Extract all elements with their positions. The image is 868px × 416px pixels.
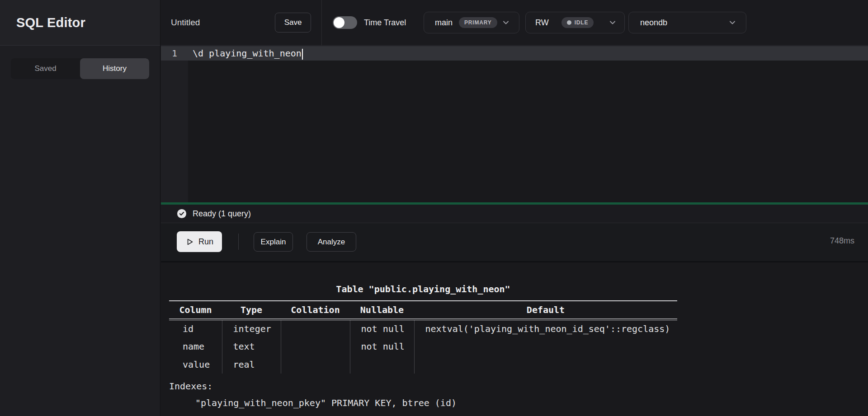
- text-caret: [302, 49, 303, 60]
- column-header: Type: [222, 301, 281, 319]
- compute-mode: RW: [535, 18, 549, 28]
- chevron-down-icon: [728, 18, 737, 27]
- main-panel: Untitled Save Time Travel main PRIMARY R…: [161, 0, 868, 416]
- editor-gutter: [161, 46, 188, 202]
- run-button[interactable]: Run: [177, 231, 222, 252]
- compute-select[interactable]: RW IDLE: [525, 12, 625, 33]
- play-icon: [185, 238, 194, 246]
- database-select[interactable]: neondb: [628, 12, 746, 33]
- save-button[interactable]: Save: [275, 13, 311, 33]
- table-cell: [414, 337, 677, 355]
- query-duration: 748ms: [830, 236, 854, 246]
- table-cell: name: [169, 337, 222, 355]
- topbar-divider: [321, 0, 322, 46]
- column-header: Collation: [281, 301, 350, 319]
- status-dot-icon: [567, 20, 571, 25]
- sidebar: SQL Editor Saved History: [0, 0, 160, 416]
- line-number: 1: [161, 46, 188, 61]
- table-cell: [281, 319, 350, 337]
- primary-badge: PRIMARY: [459, 17, 497, 28]
- saved-history-tabs: Saved History: [11, 58, 149, 79]
- status-message: Ready (1 query): [193, 209, 251, 219]
- check-circle-icon: [177, 209, 187, 219]
- query-title[interactable]: Untitled: [171, 18, 200, 28]
- column-header: Nullable: [350, 301, 414, 319]
- table-row: name text not null: [169, 337, 677, 355]
- table-cell: integer: [222, 319, 281, 337]
- results-table: Column Type Collation Nullable Default i…: [169, 300, 677, 374]
- chevron-down-icon: [608, 18, 617, 27]
- table-cell: [281, 355, 350, 374]
- table-cell: nextval('playing_with_neon_id_seq'::regc…: [414, 319, 677, 337]
- results-title: Table "public.playing_with_neon": [169, 284, 677, 294]
- sidebar-header: SQL Editor: [0, 0, 160, 46]
- index-line: "playing_with_neon_pkey" PRIMARY KEY, bt…: [195, 397, 457, 408]
- tab-saved[interactable]: Saved: [11, 58, 80, 79]
- table-cell: [350, 355, 414, 374]
- code-text: \d playing_with_neon: [193, 48, 302, 59]
- table-cell: not null: [350, 319, 414, 337]
- column-header: Column: [169, 301, 222, 319]
- code-editor[interactable]: 1 \d playing_with_neon: [161, 46, 868, 202]
- indexes-label: Indexes:: [169, 381, 212, 392]
- table-header-row: Column Type Collation Nullable Default: [169, 301, 677, 319]
- branch-select[interactable]: main PRIMARY: [424, 12, 519, 33]
- table-cell: not null: [350, 337, 414, 355]
- statusbar: Ready (1 query): [161, 205, 868, 223]
- results-panel: Table "public.playing_with_neon" Column …: [161, 261, 868, 416]
- code-line[interactable]: \d playing_with_neon: [193, 46, 303, 61]
- table-cell: [281, 337, 350, 355]
- table-cell: text: [222, 337, 281, 355]
- branch-name: main: [435, 18, 453, 28]
- time-travel-toggle[interactable]: [333, 16, 357, 29]
- column-header: Default: [414, 301, 677, 319]
- table-row: id integer not null nextval('playing_wit…: [169, 319, 677, 337]
- actionbar: Run Explain Analyze 748ms: [161, 224, 868, 261]
- database-name: neondb: [640, 18, 667, 28]
- action-divider: [238, 234, 239, 250]
- topbar: Untitled Save Time Travel main PRIMARY R…: [161, 0, 868, 46]
- toggle-knob: [334, 17, 344, 28]
- tab-history[interactable]: History: [80, 58, 149, 79]
- explain-button[interactable]: Explain: [254, 232, 293, 252]
- analyze-button[interactable]: Analyze: [307, 232, 356, 252]
- table-cell: id: [169, 319, 222, 337]
- table-cell: value: [169, 355, 222, 374]
- compute-status-badge: IDLE: [561, 17, 594, 28]
- table-cell: [414, 355, 677, 374]
- table-row: value real: [169, 355, 677, 374]
- page-title: SQL Editor: [16, 15, 85, 30]
- chevron-down-icon: [501, 18, 510, 27]
- table-cell: real: [222, 355, 281, 374]
- time-travel-label: Time Travel: [364, 18, 406, 28]
